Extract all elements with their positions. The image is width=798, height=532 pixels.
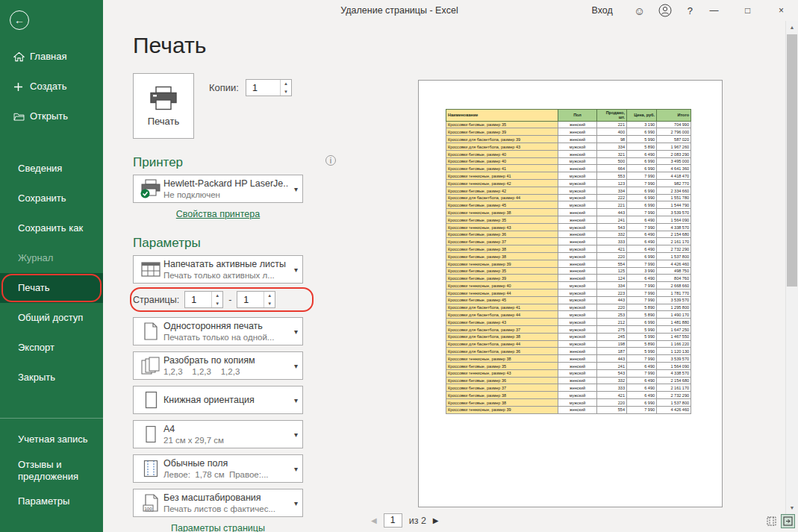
spin-down-icon[interactable]: ▼ [264,300,275,308]
pages-from-value: 1 [191,295,196,305]
sidebar-item-label: Параметры [18,495,69,507]
setting-sub: Печать листов с фактичес... [163,504,289,513]
sidebar-item-label: Отзывы и предложения [18,459,90,482]
backstage-sidebar: ← Главная Создать Открыть Сведения Сохра… [0,0,103,532]
sign-in-button[interactable]: Вход [591,5,612,16]
preview-zoom-buttons [764,514,795,528]
table-row: Кроссовки для баскетбола, размер 38мужск… [446,333,691,340]
margins-dropdown[interactable]: Обычные поля Левое: 1,78 см Правое:... ▾ [133,454,303,483]
feedback-smiley-icon[interactable]: ☺ [632,3,647,18]
current-page-input[interactable]: 1 [384,513,402,528]
spin-up-icon[interactable]: ▲ [264,292,275,300]
table-row: Кроссовки беговые, размер 38мужской2206 … [446,398,691,406]
table-row: Кроссовки беговые, размер 35женский2416 … [446,362,691,369]
sidebar-item-print[interactable]: Печать [0,273,103,303]
sidebar-item-home[interactable]: Главная [0,42,103,72]
page-total-label: из 2 [409,516,426,526]
show-margins-button[interactable] [764,514,779,528]
setting-label: Без масштабирования [163,492,289,503]
sidebar-item-save-as[interactable]: Сохранить как [0,213,103,243]
column-header: Продано, шт. [597,110,627,122]
page-title: Печать [133,33,327,58]
print-button[interactable]: Печать [133,73,194,139]
scrollbar-thumb[interactable] [787,34,797,287]
table-row: Кроссовки беговые, размер 35женский1253 … [446,267,691,275]
pages-to-stepper[interactable]: 1 ▲ ▼ [237,291,275,308]
back-button[interactable]: ← [10,10,29,30]
svg-text:100: 100 [145,507,153,511]
sidebar-item-open[interactable]: Открыть [0,101,103,131]
sidebar-item-label: Главная [30,51,66,63]
sidebar-item-close[interactable]: Закрыть [0,363,103,392]
sidebar-item-label: Закрыть [18,372,55,384]
paper-size-dropdown[interactable]: A4 21 см x 29,7 см ▾ [133,420,303,448]
sidebar-item-share[interactable]: Общий доступ [0,303,103,333]
spin-down-icon[interactable]: ▼ [212,300,222,308]
scroll-down-icon[interactable]: ▼ [786,501,798,514]
table-row: Кроссовки беговые, размер 38мужской2206 … [446,252,691,260]
page-setup-link[interactable]: Параметры страницы [133,523,303,532]
pages-to-value: 1 [243,295,249,305]
pages-label: Страницы: [133,295,179,305]
sidebar-item-options[interactable]: Параметры [0,486,103,516]
table-row: Кроссовки беговые, размер 37женский3336 … [446,384,691,392]
vertical-scrollbar[interactable]: ▲ ▼ [785,21,798,514]
spin-down-icon[interactable]: ▼ [281,88,291,96]
orientation-dropdown[interactable]: Книжная ориентация ▾ [133,386,303,414]
table-row: Кроссовки беговые, размер 39женский1246 … [446,275,691,282]
table-row: Кроссовки беговые, размер 37женский3336 … [446,238,691,245]
table-row: Кроссовки теннисные, размер 39женский554… [446,406,691,413]
table-row: Кроссовки для баскетбола, размер 44мужск… [446,311,691,319]
help-button[interactable]: ? [688,5,693,16]
sidebar-item-export[interactable]: Экспорт [0,333,103,363]
collate-dropdown[interactable]: Разобрать по копиям 1,2,3 1,2,3 1,2,3 ▾ [133,351,303,380]
print-what-dropdown[interactable]: Напечатать активные листы Печать только … [133,255,303,284]
duplex-dropdown[interactable]: Односторонняя печать Печатать только на … [133,317,303,345]
table-row: Кроссовки для баскетбола, размер 37мужск… [446,325,691,333]
table-row: Кроссовки для баскетбола, размер 39женск… [446,136,691,143]
copies-spinner-arrows: ▲ ▼ [280,80,291,96]
pages-from-stepper[interactable]: 1 ▲ ▼ [184,291,223,308]
table-row: Кроссовки беговые, размер 42мужской3346 … [446,187,691,194]
setting-label: Напечатать активные листы [163,259,289,269]
printer-status: Не подключен [163,190,289,199]
setting-label: A4 [163,424,289,434]
maximize-button[interactable]: □ [731,0,764,21]
next-page-icon[interactable]: ▶ [433,516,439,525]
copies-stepper[interactable]: 1 ▲ ▼ [246,79,292,96]
column-header: Цена, руб. [627,110,657,122]
sidebar-item-feedback[interactable]: Отзывы и предложения [0,454,103,486]
table-row: Кроссовки беговые, размер 45мужской4437 … [446,296,691,304]
sidebar-item-new[interactable]: Создать [0,72,103,101]
printer-properties-link[interactable]: Свойства принтера [133,209,303,219]
spin-up-icon[interactable]: ▲ [281,80,291,88]
account-person-icon[interactable] [658,3,673,18]
printer-info-icon[interactable]: i [325,155,336,166]
table-row: Кроссовки теннисные, размер 43мужской543… [446,369,691,377]
table-row: Кроссовки для баскетбола, размер 41мужск… [446,304,691,311]
table-row: Кроссовки беговые, размер 35женский2416 … [446,216,691,223]
print-button-label: Печать [148,116,180,127]
sidebar-item-info[interactable]: Сведения [0,154,103,184]
previous-page-icon[interactable]: ◀ [371,516,377,525]
close-button[interactable]: × [764,0,798,21]
printer-heading: i Принтер [133,155,327,170]
chevron-down-icon: ▾ [289,328,298,336]
setting-sub: 21 см x 29,7 см [163,436,289,445]
sidebar-item-history: Журнал [0,243,103,273]
scaling-dropdown[interactable]: 100 Без масштабирования Печать листов с … [133,489,303,517]
table-row: Кроссовки для баскетбола, размер 43мужск… [446,143,691,151]
active-sheets-icon [138,261,163,278]
minimize-button[interactable]: — [697,0,731,21]
setting-sub: Печать только активных л... [163,271,289,280]
portrait-orientation-icon [138,391,163,409]
no-scaling-icon: 100 [138,494,163,512]
spin-up-icon[interactable]: ▲ [212,292,222,300]
table-row: Кроссовки для баскетбола, размер 36женск… [446,348,691,355]
printer-selector-dropdown[interactable]: Hewlett-Packard HP LaserJe... Не подключ… [133,175,303,203]
sidebar-item-save[interactable]: Сохранить [0,184,103,213]
sidebar-item-account[interactable]: Учетная запись [0,425,103,454]
zoom-to-page-button[interactable] [781,514,795,528]
sidebar-item-label: Сведения [18,163,62,175]
scroll-up-icon[interactable]: ▲ [786,21,798,34]
